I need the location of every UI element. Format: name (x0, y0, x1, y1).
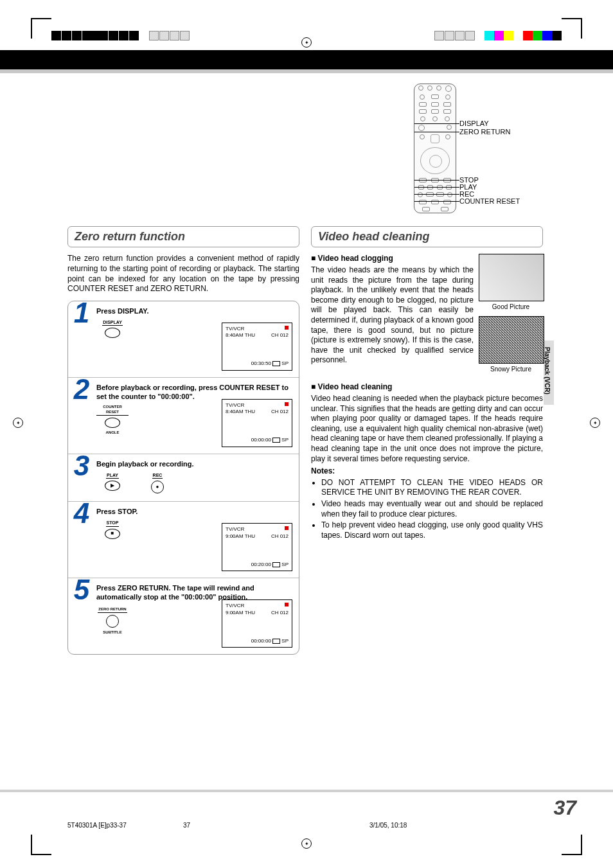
cleaning-body: Video head cleaning is needed when the p… (311, 394, 543, 464)
footer-date: 3/1/05, 10:18 (369, 822, 407, 829)
remote-diagram: DISPLAY ZERO RETURN STOP PLAY REC COUNTE… (67, 84, 543, 218)
screen-readout: TV/VCR 9:00AM THUCH 012 00:20:00 SP (222, 523, 292, 571)
zero-return-intro: The zero return function provides a conv… (67, 254, 299, 294)
display-button-icon: DISPLAY (96, 319, 129, 339)
note-item: DO NOT ATTEMPT TO CLEAN THE VIDEO HEADS … (321, 478, 543, 498)
subhead-cleaning: Video head cleaning (311, 382, 543, 393)
registration-target-icon (590, 418, 600, 428)
step-1: 1 Press DISPLAY. DISPLAY TV/VCR 8:40AM T… (68, 301, 299, 378)
page-number-large: 37 (553, 796, 576, 820)
step-number: 1 (71, 299, 93, 327)
screen-readout: TV/VCR 8:40AM THUCH 012 00:00:00 SP (222, 399, 292, 447)
good-picture-image (479, 254, 544, 301)
step-5: 5 Press ZERO RETURN. The tape will rewin… (68, 578, 299, 654)
header-black-band (0, 50, 613, 69)
step-instruction: Begin playback or recording. (96, 459, 292, 468)
section-heading-zero-return: Zero return function (67, 226, 299, 247)
zero-return-button-icon: ZERO RETURN SUBTITLE (96, 606, 129, 635)
footer-doc-id: 5T40301A [E]p33-37 (67, 822, 127, 829)
counter-reset-button-icon: COUNTER RESET ANGLE (96, 405, 129, 435)
screen-readout: TV/VCR 8:40AM THUCH 012 00:30:50 SP (222, 323, 292, 371)
step-number: 5 (71, 576, 93, 604)
steps-box: 1 Press DISPLAY. DISPLAY TV/VCR 8:40AM T… (67, 301, 299, 655)
side-tab-label: Playback (VCR) (544, 341, 551, 394)
play-button-icon: PLAY ▶ (96, 472, 129, 492)
left-column: Zero return function The zero return fun… (67, 226, 299, 655)
note-item: To help prevent video head clogging, use… (321, 520, 543, 540)
side-tab: Playback (VCR) (544, 341, 554, 405)
stop-button-icon: STOP ■ (96, 520, 129, 540)
step-number: 4 (71, 499, 93, 527)
step-instruction: Press DISPLAY. (96, 306, 292, 315)
footer-page: 37 (183, 822, 190, 829)
crop-mark (562, 835, 582, 855)
registration-target-icon (13, 418, 23, 428)
screen-readout: TV/VCR 9:00AM THUCH 012 00:00:00 SP (222, 599, 292, 648)
footer: 37 5T40301A [E]p33-37 37 3/1/05, 10:18 (67, 822, 546, 841)
step-4: 4 Press STOP. STOP ■ TV/VCR 9:00AM THUCH… (68, 502, 299, 578)
callout-counter-reset: COUNTER RESET (459, 197, 520, 206)
page: Playback (VCR) DISPLAY (0, 0, 613, 868)
notes-list: DO NOT ATTEMPT TO CLEAN THE VIDEO HEADS … (311, 478, 543, 541)
step-number: 3 (71, 452, 93, 480)
step-2: 2 Before playback or recording, press CO… (68, 378, 299, 454)
good-picture-caption: Good Picture (479, 303, 543, 311)
step-number: 2 (71, 375, 93, 403)
note-item: Video heads may eventually wear out and … (321, 499, 543, 519)
right-column: Video head cleaning Good Picture Snowy P… (311, 226, 543, 655)
step-instruction: Press STOP. (96, 507, 292, 516)
step-3: 3 Begin playback or recording. PLAY ▶ RE… (68, 454, 299, 502)
snowy-picture-caption: Snowy Picture (479, 365, 543, 373)
callout-zero-return: ZERO RETURN (459, 127, 510, 136)
crop-mark (31, 835, 51, 855)
section-heading-head-cleaning: Video head cleaning (311, 226, 543, 247)
snowy-picture-image (479, 316, 544, 364)
rec-button-icon: REC ● (141, 472, 173, 495)
notes-heading: Notes: (311, 466, 543, 477)
registration-target-icon (301, 37, 312, 48)
